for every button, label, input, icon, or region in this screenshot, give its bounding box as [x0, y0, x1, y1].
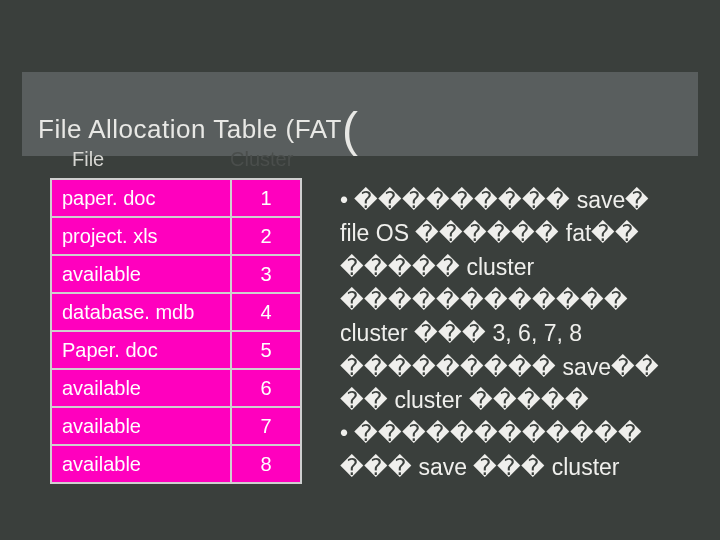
file-cell: Paper. doc — [51, 331, 231, 369]
cluster-cell: 3 — [231, 255, 301, 293]
file-cell: available — [51, 255, 231, 293]
cluster-cell: 6 — [231, 369, 301, 407]
table-row: available7 — [51, 407, 301, 445]
note-line: ��������� save�� — [340, 351, 710, 384]
cluster-cell: 4 — [231, 293, 301, 331]
note-line: ����� cluster — [340, 251, 710, 284]
title-text: File Allocation Table (FAT — [38, 114, 342, 144]
file-cell: available — [51, 369, 231, 407]
column-header-cluster: Cluster — [230, 148, 293, 171]
file-cell: paper. doc — [51, 179, 231, 217]
note-line: ������������ — [340, 284, 710, 317]
note-line: • ��������� save� — [340, 184, 710, 217]
fat-table: paper. doc1 project. xls2 available3 dat… — [50, 178, 302, 484]
column-header-file: File — [72, 148, 104, 171]
table-row: Paper. doc5 — [51, 331, 301, 369]
cluster-cell: 2 — [231, 217, 301, 255]
cluster-cell: 7 — [231, 407, 301, 445]
notes-block: • ��������� save� file OS ������ fat�� �… — [340, 184, 710, 484]
file-cell: available — [51, 445, 231, 483]
file-cell: database. mdb — [51, 293, 231, 331]
table-row: available3 — [51, 255, 301, 293]
note-line: cluster ��� 3, 6, 7, 8 — [340, 317, 710, 350]
cluster-cell: 5 — [231, 331, 301, 369]
table-row: project. xls2 — [51, 217, 301, 255]
file-cell: project. xls — [51, 217, 231, 255]
file-cell: available — [51, 407, 231, 445]
table-row: available8 — [51, 445, 301, 483]
table-row: database. mdb4 — [51, 293, 301, 331]
note-line: �� cluster ����� — [340, 384, 710, 417]
note-line: ��� save ��� cluster — [340, 451, 710, 484]
cluster-cell: 1 — [231, 179, 301, 217]
note-line: • ������������ — [340, 417, 710, 450]
note-line: file OS ������ fat�� — [340, 217, 710, 250]
table-row: available6 — [51, 369, 301, 407]
table-row: paper. doc1 — [51, 179, 301, 217]
slide-title: File Allocation Table (FAT( — [38, 94, 358, 149]
cluster-cell: 8 — [231, 445, 301, 483]
title-paren: ( — [342, 103, 358, 156]
